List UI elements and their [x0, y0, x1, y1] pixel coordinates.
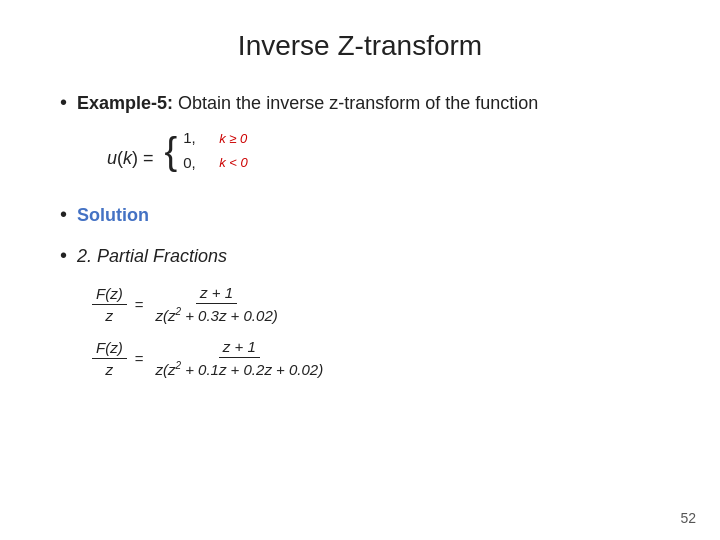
- partial-fractions-label: 2. Partial Fractions: [77, 246, 227, 266]
- frac-numer-main-1: z + 1: [196, 284, 237, 304]
- content-area: • Example-5: Obtain the inverse z-transf…: [50, 90, 670, 378]
- formula-eq-2: F(z) z = z + 1 z(z2 + 0.1z + 0.2z + 0.02…: [90, 338, 670, 378]
- bullet-dot-1: •: [60, 91, 67, 114]
- bullet-dot-2: •: [60, 203, 67, 226]
- formula-eq-1: F(z) z = z + 1 z(z2 + 0.3z + 0.02): [90, 284, 670, 324]
- formula-piecewise: u(k) = { 1, k ≥ 0 0, k < 0: [107, 127, 538, 174]
- formula-block-1: F(z) z = z + 1 z(z2 + 0.3z + 0.02): [90, 284, 670, 324]
- piecewise-val-2: 0,: [183, 152, 201, 175]
- bullet-text-2: Solution: [77, 202, 149, 229]
- bullet-dot-3: •: [60, 244, 67, 267]
- example-description: Obtain the inverse z-transform of the fu…: [178, 93, 538, 113]
- piecewise-val-1: 1,: [183, 127, 201, 150]
- eq-sign-1: =: [135, 296, 144, 313]
- frac-numer-main-2: z + 1: [219, 338, 260, 358]
- solution-label: Solution: [77, 205, 149, 225]
- bullet-partial: • 2. Partial Fractions: [60, 243, 670, 270]
- frac-numer-2: F(z): [92, 339, 127, 359]
- frac-fz-z-2: F(z) z: [92, 339, 127, 378]
- formula-k: k: [123, 148, 132, 168]
- piecewise-expression: { 1, k ≥ 0 0, k < 0: [165, 127, 248, 174]
- bullet-solution: • Solution: [60, 202, 670, 229]
- bullet-example5: • Example-5: Obtain the inverse z-transf…: [60, 90, 670, 188]
- piecewise-cond-1: k ≥ 0: [219, 129, 247, 149]
- piecewise-row-1: 1, k ≥ 0: [183, 127, 248, 150]
- page-number: 52: [680, 510, 696, 526]
- frac-main-1: z + 1 z(z2 + 0.3z + 0.02): [151, 284, 281, 324]
- frac-denom-1: z: [102, 305, 118, 324]
- frac-numer-1: F(z): [92, 285, 127, 305]
- example-label: Example-5:: [77, 93, 173, 113]
- frac-denom-2: z: [102, 359, 118, 378]
- frac-denom-main-2: z(z2 + 0.1z + 0.2z + 0.02): [151, 358, 327, 378]
- piecewise-cases: 1, k ≥ 0 0, k < 0: [183, 127, 248, 174]
- piecewise-brace: {: [165, 132, 178, 170]
- bullet-text-3: 2. Partial Fractions: [77, 243, 227, 270]
- formula-block-2: F(z) z = z + 1 z(z2 + 0.1z + 0.2z + 0.02…: [90, 338, 670, 378]
- formula-lhs: u: [107, 148, 117, 168]
- eq-sign-2: =: [135, 350, 144, 367]
- frac-fz-z-1: F(z) z: [92, 285, 127, 324]
- bullet-text-1: Example-5: Obtain the inverse z-transfor…: [77, 90, 538, 188]
- piecewise-cond-2: k < 0: [219, 153, 248, 173]
- frac-main-2: z + 1 z(z2 + 0.1z + 0.2z + 0.02): [151, 338, 327, 378]
- slide-title: Inverse Z-transform: [50, 30, 670, 62]
- piecewise-row-2: 0, k < 0: [183, 152, 248, 175]
- frac-denom-main-1: z(z2 + 0.3z + 0.02): [151, 304, 281, 324]
- slide: Inverse Z-transform • Example-5: Obtain …: [0, 0, 720, 540]
